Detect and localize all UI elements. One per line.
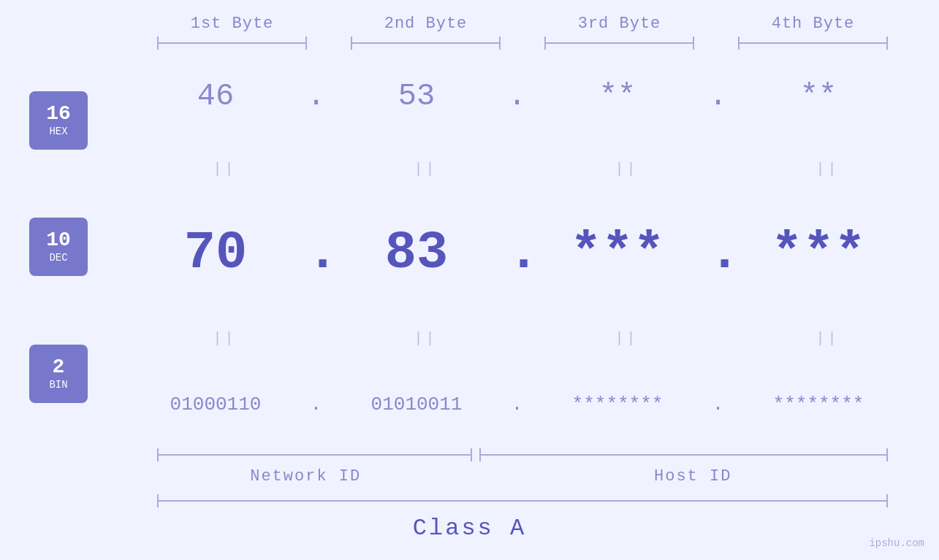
- equals-row-2: || || || ||: [124, 328, 928, 350]
- main-content: 16 HEX 10 DEC 2 BIN 46 .: [29, 50, 910, 445]
- bracket-2: [329, 37, 522, 50]
- class-label: Class A: [29, 515, 910, 553]
- byte1-header: 1st Byte: [135, 15, 329, 33]
- bin-byte4: ********: [727, 394, 910, 415]
- hex-badge-number: 16: [46, 104, 71, 124]
- hex-sep1: .: [307, 79, 325, 114]
- hex-byte3: **: [526, 79, 709, 114]
- bottom-section: Network ID Host ID Class A: [29, 445, 910, 560]
- bin-row: 01000110 . 01010011 . ******** .: [124, 394, 928, 415]
- dec-byte4: ***: [727, 223, 910, 283]
- bin-badge-label: BIN: [49, 379, 67, 391]
- eq1-1: ||: [124, 161, 325, 177]
- dec-sep1: .: [307, 223, 325, 283]
- eq1-4: ||: [727, 161, 928, 177]
- hex-sep3: .: [709, 79, 727, 114]
- bracket-1: [135, 37, 329, 50]
- bin-sep3: .: [709, 394, 727, 415]
- dec-sep2: .: [508, 223, 526, 283]
- dec-badge-label: DEC: [49, 252, 67, 264]
- byte2-header: 2nd Byte: [329, 15, 522, 33]
- bracket-4: [716, 37, 910, 50]
- dec-byte2: 83: [325, 223, 508, 283]
- eq2-2: ||: [325, 330, 526, 347]
- eq2-1: ||: [124, 330, 325, 347]
- id-brackets: [135, 448, 910, 461]
- dec-row: 70 . 83 . *** . ***: [124, 223, 928, 283]
- hex-row: 46 . 53 . ** . **: [124, 79, 928, 114]
- bin-byte2: 01010011: [325, 394, 508, 415]
- hex-badge: 16 HEX: [29, 91, 88, 150]
- dec-badge-number: 10: [46, 230, 71, 250]
- dec-byte1: 70: [124, 223, 307, 283]
- eq1-3: ||: [526, 161, 727, 177]
- bin-sep2: .: [508, 394, 526, 415]
- bin-badge: 2 BIN: [29, 345, 88, 403]
- host-id-label: Host ID: [476, 467, 910, 486]
- eq2-3: ||: [526, 330, 727, 347]
- hex-sep2: .: [508, 79, 526, 114]
- bin-sep1: .: [307, 394, 325, 415]
- bin-badge-number: 2: [53, 357, 65, 377]
- dec-sep3: .: [709, 223, 727, 283]
- equals-row-1: || || || ||: [124, 158, 928, 180]
- bin-byte3: ********: [526, 394, 709, 415]
- top-brackets: [135, 37, 910, 50]
- hex-byte2: 53: [325, 79, 508, 114]
- eq1-2: ||: [325, 161, 526, 177]
- main-container: 1st Byte 2nd Byte 3rd Byte 4th Byte 16 H…: [0, 0, 939, 560]
- eq2-4: ||: [727, 330, 928, 347]
- dec-byte3: ***: [526, 223, 709, 283]
- byte-headers: 1st Byte 2nd Byte 3rd Byte 4th Byte: [135, 0, 910, 33]
- hex-badge-label: HEX: [49, 126, 67, 137]
- id-labels: Network ID Host ID: [135, 467, 910, 486]
- values-grid: 46 . 53 . ** . **: [124, 50, 928, 445]
- network-id-label: Network ID: [135, 467, 476, 486]
- watermark: ipshu.com: [869, 537, 924, 549]
- dec-badge: 10 DEC: [29, 218, 88, 276]
- byte3-header: 3rd Byte: [522, 15, 716, 33]
- bracket-3: [522, 37, 716, 50]
- big-bracket: [135, 494, 910, 507]
- network-bracket: [135, 448, 476, 461]
- hex-byte1: 46: [124, 79, 307, 114]
- host-bracket: [476, 448, 910, 461]
- bin-byte1: 01000110: [124, 394, 307, 415]
- hex-byte4: **: [727, 79, 910, 114]
- badges-column: 16 HEX 10 DEC 2 BIN: [29, 50, 124, 445]
- byte4-header: 4th Byte: [716, 15, 910, 33]
